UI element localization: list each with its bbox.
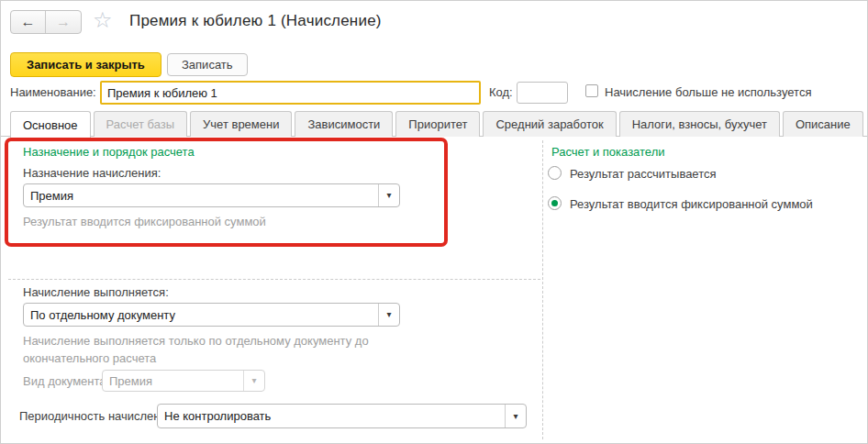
radio-result-calculated[interactable] <box>548 166 562 180</box>
doc-type-select: Премия ▾ <box>102 370 265 392</box>
doc-type-select-value: Премия <box>103 371 243 391</box>
calc-section-title: Расчет и показатели <box>551 145 665 159</box>
execution-hint: Начисление выполняется только по отдельн… <box>23 332 436 367</box>
name-field-label: Наименование: <box>10 85 96 100</box>
assignment-hint: Результат вводится фиксированной суммой <box>23 215 266 228</box>
purpose-section-title: Назначение и порядок расчета <box>23 145 195 159</box>
forward-icon: → <box>56 14 71 30</box>
execution-label: Начисление выполняется: <box>23 285 169 299</box>
tabbar: Основное Расчет базы Учет времени Зависи… <box>10 111 863 137</box>
chevron-down-icon: ▾ <box>386 191 391 200</box>
radio-result-fixed-label: Результат вводится фиксированной суммой <box>570 197 813 211</box>
code-input[interactable] <box>517 82 568 104</box>
periodicity-label: Периодичность начисления: <box>19 409 176 423</box>
tab-zavisimosti[interactable]: Зависимости <box>295 111 393 137</box>
vertical-separator <box>542 140 543 439</box>
assignment-label: Назначение начисления: <box>23 166 161 180</box>
radio-result-fixed[interactable] <box>548 196 562 210</box>
not-used-checkbox[interactable] <box>585 84 598 97</box>
doc-type-select-button: ▾ <box>243 371 264 391</box>
execution-select-value: По отдельному документу <box>24 304 378 326</box>
favorite-star-icon[interactable]: ☆ <box>93 8 113 32</box>
tab-osnovnoe[interactable]: Основное <box>10 111 91 138</box>
execution-select-button[interactable]: ▾ <box>378 304 399 326</box>
assignment-select[interactable]: Премия ▾ <box>23 183 400 207</box>
chevron-down-icon: ▾ <box>513 412 517 421</box>
periodicity-select-value: Не контролировать <box>158 405 505 427</box>
back-icon: ← <box>21 14 36 30</box>
name-input[interactable] <box>100 81 481 105</box>
tab-prioritet[interactable]: Приоритет <box>395 111 480 137</box>
horizontal-separator <box>8 279 540 280</box>
not-used-checkbox-label: Начисление больше не используется <box>605 85 811 100</box>
save-and-close-button[interactable]: Записать и закрыть <box>10 52 161 77</box>
page-title: Премия к юбилею 1 (Начисление) <box>129 12 382 30</box>
tab-opisanie[interactable]: Описание <box>783 111 863 137</box>
assignment-select-value: Премия <box>24 184 378 206</box>
back-button[interactable]: ← <box>11 11 46 33</box>
chevron-down-icon: ▾ <box>386 310 391 319</box>
doc-type-label: Вид документа: <box>23 374 109 388</box>
tab-raschet-bazy[interactable]: Расчет базы <box>94 111 188 137</box>
tab-sredniy-zarabotok[interactable]: Средний заработок <box>483 111 616 137</box>
history-nav: ← → <box>10 10 82 34</box>
assignment-select-button[interactable]: ▾ <box>378 184 399 206</box>
radio-result-calculated-label: Результат рассчитывается <box>570 167 717 181</box>
tab-nalogi-vznosy[interactable]: Налоги, взносы, бухучет <box>619 111 780 137</box>
chevron-down-icon: ▾ <box>251 376 256 385</box>
save-button[interactable]: Записать <box>167 53 248 76</box>
code-field-label: Код: <box>489 85 513 100</box>
forward-button[interactable]: → <box>46 11 81 33</box>
form-window: ← → ☆ Премия к юбилею 1 (Начисление) Зап… <box>0 0 868 444</box>
execution-select[interactable]: По отдельному документу ▾ <box>23 303 400 327</box>
tab-uchet-vremeni[interactable]: Учет времени <box>190 111 292 137</box>
periodicity-select[interactable]: Не контролировать ▾ <box>157 404 527 428</box>
periodicity-select-button[interactable]: ▾ <box>505 405 526 427</box>
